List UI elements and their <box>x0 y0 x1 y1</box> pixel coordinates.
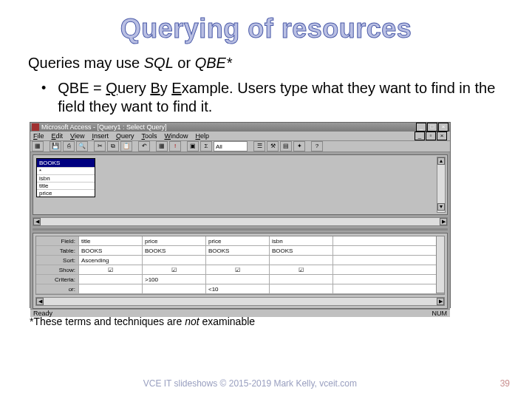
undo-button[interactable]: ↶ <box>138 141 150 151</box>
mdi-close-button[interactable]: × <box>437 132 447 140</box>
grid-vscroll[interactable] <box>436 236 445 293</box>
scroll-left-icon[interactable]: ◀ <box>33 218 41 225</box>
grid-cell-or[interactable] <box>79 284 143 294</box>
menu-query[interactable]: Query <box>116 132 134 140</box>
grid-cell-empty[interactable] <box>333 275 444 284</box>
grid-cell-field[interactable]: title <box>79 236 143 246</box>
help-button[interactable]: ? <box>311 141 323 151</box>
access-window: Microsoft Access - [Query1 : Select Quer… <box>30 122 451 308</box>
build-button[interactable]: ⚒ <box>267 141 279 151</box>
app-name: Microsoft Access <box>41 123 92 131</box>
dbwindow-button[interactable]: ▤ <box>280 141 292 151</box>
grid-cell-table[interactable]: BOOKS <box>206 246 270 256</box>
grid-cell-field[interactable]: price <box>143 236 206 246</box>
maximize-button[interactable]: □ <box>427 123 437 132</box>
mdi-minimize-button[interactable]: _ <box>415 132 425 140</box>
menu-tools[interactable]: Tools <box>141 132 157 140</box>
table-field[interactable]: isbn <box>37 174 95 182</box>
close-button[interactable]: × <box>438 123 449 132</box>
scroll-right-icon[interactable]: ▶ <box>437 298 444 305</box>
newobject-button[interactable]: ✦ <box>293 141 305 151</box>
grid-cell-show[interactable]: ☑ <box>79 265 143 275</box>
scroll-up-icon[interactable]: ▲ <box>437 157 445 165</box>
run-button[interactable]: ! <box>169 141 181 151</box>
grid-cell-sort[interactable]: Ascending <box>79 256 143 265</box>
bullet-y: y <box>160 80 172 96</box>
tables-hscroll[interactable]: ◀ ▶ <box>33 217 448 226</box>
cut-button[interactable]: ✂ <box>94 141 106 151</box>
showtable-button[interactable]: ▣ <box>187 141 199 151</box>
menu-help[interactable]: Help <box>196 132 210 140</box>
menu-view[interactable]: View <box>70 132 84 140</box>
grid-cell-empty[interactable] <box>333 256 444 265</box>
menu-window[interactable]: Window <box>164 132 188 140</box>
slide-title: Querying of resources <box>0 13 532 44</box>
grid-label-or: or: <box>36 284 79 294</box>
footnote: *These terms and techniques are not exam… <box>30 316 532 327</box>
footnote-suffix: examinable <box>200 316 256 327</box>
save-button[interactable]: 💾 <box>50 141 61 151</box>
menu-insert[interactable]: Insert <box>92 132 109 140</box>
table-field[interactable]: title <box>37 182 95 189</box>
view-button[interactable]: ▦ <box>32 141 44 151</box>
table-field[interactable]: * <box>37 167 95 174</box>
footer-page-number: 39 <box>500 378 510 389</box>
grid-cell-criteria[interactable]: >100 <box>143 275 206 284</box>
intro-sql: SQL <box>144 55 174 71</box>
grid-cell-criteria[interactable] <box>270 275 333 284</box>
grid-cell-criteria[interactable] <box>79 275 143 284</box>
design-grid[interactable]: Field:titlepricepriceisbnTable:BOOKSBOOK… <box>35 236 445 295</box>
scroll-right-icon[interactable]: ▶ <box>440 218 447 225</box>
grid-cell-sort[interactable] <box>206 256 270 265</box>
grid-cell-table[interactable]: BOOKS <box>143 246 206 256</box>
minimize-button[interactable]: _ <box>416 123 426 132</box>
footnote-not: not <box>185 316 199 327</box>
intro-prefix: Queries may use <box>28 55 144 71</box>
copy-button[interactable]: ⧉ <box>107 141 119 151</box>
grid-cell-sort[interactable] <box>143 256 206 265</box>
topvalues-combo[interactable]: All <box>214 141 248 151</box>
grid-hscroll[interactable]: ◀ ▶ <box>35 297 445 306</box>
grid-label-show: Show: <box>36 265 79 275</box>
grid-cell-criteria[interactable] <box>206 275 270 284</box>
window-controls: _ □ × <box>416 123 449 132</box>
grid-cell-show[interactable]: ☑ <box>143 265 206 275</box>
splitter[interactable] <box>33 228 448 231</box>
grid-cell-field[interactable]: price <box>206 236 270 246</box>
preview-button[interactable]: 🔍 <box>76 141 88 151</box>
tables-vscroll[interactable]: ▲ ▼ <box>437 157 446 213</box>
grid-cell-empty[interactable] <box>333 236 444 246</box>
mdi-restore-button[interactable]: ▫ <box>426 132 436 140</box>
grid-cell-table[interactable]: BOOKS <box>270 246 333 256</box>
table-box[interactable]: BOOKS * isbn title price <box>36 158 95 197</box>
menubar: File Edit View Insert Query Tools Window… <box>30 132 450 141</box>
menu-file[interactable]: File <box>33 132 44 140</box>
bullet-prefix: QBE = <box>58 80 106 96</box>
access-app-icon <box>32 123 39 131</box>
grid-cell-show[interactable]: ☑ <box>206 265 270 275</box>
totals-button[interactable]: Σ <box>200 141 212 151</box>
scroll-left-icon[interactable]: ◀ <box>36 298 44 305</box>
grid-cell-field[interactable]: isbn <box>270 236 333 246</box>
grid-cell-or[interactable] <box>270 284 333 294</box>
mdi-window-controls: _ ▫ × <box>415 132 447 140</box>
grid-cell-or[interactable] <box>143 284 206 294</box>
table-field[interactable]: price <box>37 189 95 197</box>
scroll-down-icon[interactable]: ▼ <box>437 203 445 211</box>
querytype-button[interactable]: ▦ <box>156 141 168 151</box>
paste-button[interactable]: 📋 <box>120 141 132 151</box>
print-button[interactable]: ⎙ <box>63 141 75 151</box>
grid-cell-empty[interactable] <box>333 284 444 294</box>
grid-label-table: Table: <box>36 246 79 256</box>
grid-cell-or[interactable]: <10 <box>206 284 270 294</box>
grid-cell-sort[interactable] <box>270 256 333 265</box>
grid-cell-empty[interactable] <box>333 265 444 275</box>
grid-cell-show[interactable]: ☑ <box>270 265 333 275</box>
grid-cell-table[interactable]: BOOKS <box>79 246 143 256</box>
tables-pane[interactable]: BOOKS * isbn title price ▲ ▼ <box>33 154 448 215</box>
grid-cell-empty[interactable] <box>333 246 444 256</box>
bullet-xample: xample <box>182 80 229 96</box>
menu-edit[interactable]: Edit <box>52 132 64 140</box>
footer-credit: VCE IT slideshows © 2015-2019 Mark Kelly… <box>143 378 357 389</box>
properties-button[interactable]: ☰ <box>253 141 265 151</box>
